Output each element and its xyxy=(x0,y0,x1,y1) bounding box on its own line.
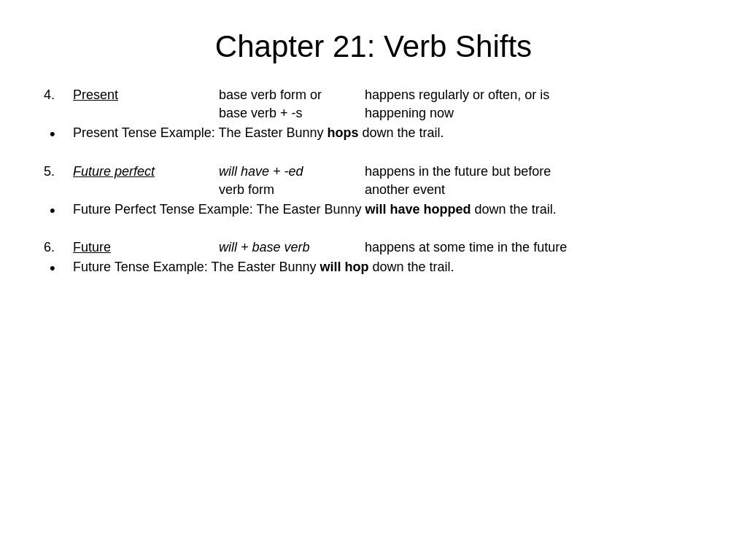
future-term: Future xyxy=(73,240,219,255)
future-perfect-bullet-text: Future Perfect Tense Example: The Easter… xyxy=(73,201,703,219)
future-perfect-bullet-row: • Future Perfect Tense Example: The East… xyxy=(44,201,703,222)
present-bullet-text: Present Tense Example: The Easter Bunny … xyxy=(73,124,703,142)
future-perfect-main-row: 5. Future perfect will have + -ed happen… xyxy=(44,164,703,179)
future-form-line1: will + base verb xyxy=(219,240,365,255)
slide-title: Chapter 21: Verb Shifts xyxy=(44,29,703,64)
future-bullet-text: Future Tense Example: The Easter Bunny w… xyxy=(73,258,703,276)
future-bullet-icon: • xyxy=(44,258,73,279)
present-bullet-before: Present Tense Example: The Easter Bunny xyxy=(73,125,328,140)
present-term: Present xyxy=(73,88,219,103)
future-perfect-bullet-bold: will have hopped xyxy=(365,202,471,217)
present-bullet-after: down the trail. xyxy=(359,125,444,140)
section-future-perfect: 5. Future perfect will have + -ed happen… xyxy=(44,164,703,223)
section-future: 6. Future will + base verb happens at so… xyxy=(44,240,703,281)
future-perfect-form-line2: verb form xyxy=(219,182,365,198)
content-area: 4. Present base verb form or happens reg… xyxy=(44,88,703,531)
future-bullet-after: down the trail. xyxy=(369,260,454,274)
present-definition-line1: happens regularly or often, or is xyxy=(365,88,703,103)
future-bullet-before: Future Tense Example: The Easter Bunny xyxy=(73,260,320,274)
future-perfect-form-line1: will have + -ed xyxy=(219,164,365,179)
future-number: 6. xyxy=(44,240,73,255)
future-main-row: 6. Future will + base verb happens at so… xyxy=(44,240,703,255)
future-perfect-number: 5. xyxy=(44,164,73,179)
future-perfect-definition-line1: happens in the future but before xyxy=(365,164,703,179)
future-bullet-bold: will hop xyxy=(320,260,369,274)
future-perfect-continuation-row: verb form another event xyxy=(73,182,703,198)
present-main-row: 4. Present base verb form or happens reg… xyxy=(44,88,703,103)
future-perfect-term: Future perfect xyxy=(73,164,219,179)
present-form-line2: base verb + -s xyxy=(219,106,365,121)
future-definition-line1: happens at some time in the future xyxy=(365,240,703,255)
slide: Chapter 21: Verb Shifts 4. Present base … xyxy=(0,0,747,560)
present-bullet-bold: hops xyxy=(328,125,359,140)
present-continuation-row: base verb + -s happening now xyxy=(73,106,703,121)
future-perfect-bullet-after: down the trail. xyxy=(471,202,557,217)
present-bullet-icon: • xyxy=(44,124,73,145)
future-perfect-bullet-before: Future Perfect Tense Example: The Easter… xyxy=(73,202,365,217)
present-number: 4. xyxy=(44,88,73,103)
future-bullet-row: • Future Tense Example: The Easter Bunny… xyxy=(44,258,703,279)
future-perfect-bullet-icon: • xyxy=(44,201,73,222)
present-definition-line2: happening now xyxy=(365,106,703,121)
future-perfect-definition-line2: another event xyxy=(365,182,703,198)
section-present: 4. Present base verb form or happens reg… xyxy=(44,88,703,147)
present-form-line1: base verb form or xyxy=(219,88,365,103)
present-bullet-row: • Present Tense Example: The Easter Bunn… xyxy=(44,124,703,145)
